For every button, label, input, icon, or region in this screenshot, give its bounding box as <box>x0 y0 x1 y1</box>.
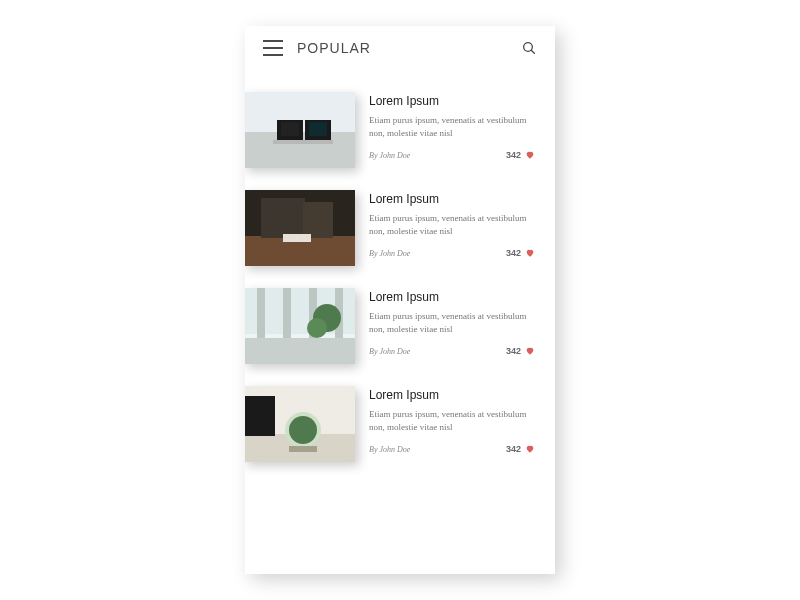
article-meta: By John Doe 342 <box>369 444 535 454</box>
article-content: Lorem Ipsum Etiam purus ipsum, venenatis… <box>369 386 535 462</box>
svg-rect-13 <box>303 202 333 238</box>
header-left: POPULAR <box>263 40 371 56</box>
svg-rect-29 <box>289 446 317 452</box>
heart-icon <box>525 346 535 356</box>
search-icon[interactable] <box>521 40 537 56</box>
article-content: Lorem Ipsum Etiam purus ipsum, venenatis… <box>369 288 535 364</box>
likes-button[interactable]: 342 <box>506 346 535 356</box>
svg-rect-6 <box>281 122 299 136</box>
svg-rect-14 <box>283 234 311 242</box>
svg-rect-8 <box>309 122 327 136</box>
article-title: Lorem Ipsum <box>369 192 535 206</box>
svg-rect-23 <box>245 338 355 364</box>
likes-count: 342 <box>506 248 521 258</box>
article-description: Etiam purus ipsum, venenatis at vestibul… <box>369 114 535 140</box>
article-content: Lorem Ipsum Etiam purus ipsum, venenatis… <box>369 190 535 266</box>
svg-rect-12 <box>261 198 305 238</box>
article-thumbnail <box>245 288 355 364</box>
article-meta: By John Doe 342 <box>369 150 535 160</box>
article-card[interactable]: Lorem Ipsum Etiam purus ipsum, venenatis… <box>245 92 535 168</box>
likes-button[interactable]: 342 <box>506 150 535 160</box>
article-thumbnail <box>245 92 355 168</box>
article-title: Lorem Ipsum <box>369 290 535 304</box>
article-description: Etiam purus ipsum, venenatis at vestibul… <box>369 408 535 434</box>
article-author: By John Doe <box>369 249 410 258</box>
heart-icon <box>525 444 535 454</box>
article-content: Lorem Ipsum Etiam purus ipsum, venenatis… <box>369 92 535 168</box>
article-title: Lorem Ipsum <box>369 388 535 402</box>
likes-button[interactable]: 342 <box>506 444 535 454</box>
article-author: By John Doe <box>369 347 410 356</box>
article-meta: By John Doe 342 <box>369 346 535 356</box>
article-meta: By John Doe 342 <box>369 248 535 258</box>
article-title: Lorem Ipsum <box>369 94 535 108</box>
article-description: Etiam purus ipsum, venenatis at vestibul… <box>369 310 535 336</box>
article-thumbnail <box>245 190 355 266</box>
heart-icon <box>525 248 535 258</box>
page-title: POPULAR <box>297 40 371 56</box>
article-card[interactable]: Lorem Ipsum Etiam purus ipsum, venenatis… <box>245 190 535 266</box>
likes-count: 342 <box>506 346 521 356</box>
article-thumbnail <box>245 386 355 462</box>
menu-icon[interactable] <box>263 40 283 56</box>
app-screen: POPULAR <box>245 26 555 574</box>
svg-line-1 <box>531 50 534 53</box>
svg-point-28 <box>289 416 317 444</box>
heart-icon <box>525 150 535 160</box>
likes-button[interactable]: 342 <box>506 248 535 258</box>
likes-count: 342 <box>506 150 521 160</box>
article-card[interactable]: Lorem Ipsum Etiam purus ipsum, venenatis… <box>245 386 535 462</box>
article-card[interactable]: Lorem Ipsum Etiam purus ipsum, venenatis… <box>245 288 535 364</box>
article-author: By John Doe <box>369 151 410 160</box>
likes-count: 342 <box>506 444 521 454</box>
svg-rect-9 <box>273 140 333 144</box>
article-description: Etiam purus ipsum, venenatis at vestibul… <box>369 212 535 238</box>
article-author: By John Doe <box>369 445 410 454</box>
article-feed: Lorem Ipsum Etiam purus ipsum, venenatis… <box>245 62 555 462</box>
svg-rect-26 <box>245 396 275 436</box>
svg-point-22 <box>307 318 327 338</box>
top-bar: POPULAR <box>245 26 555 62</box>
